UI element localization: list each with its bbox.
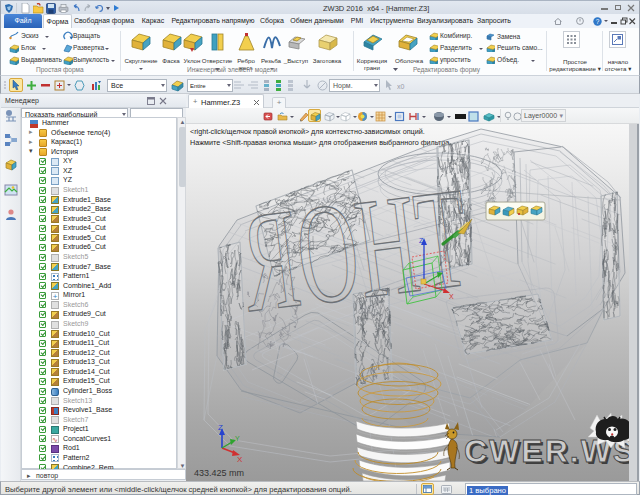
svg-text:433.425 mm: 433.425 mm [194, 468, 244, 478]
svg-text:?: ? [596, 18, 600, 25]
svg-text:Z: Z [419, 237, 424, 244]
svg-text:X: X [237, 455, 243, 464]
svg-text:Y: Y [235, 435, 240, 442]
svg-text:Z: Z [218, 423, 223, 432]
svg-text:x0: x0 [397, 83, 405, 90]
svg-text:X: X [449, 293, 454, 300]
svg-text:THOR: THOR [233, 157, 476, 341]
